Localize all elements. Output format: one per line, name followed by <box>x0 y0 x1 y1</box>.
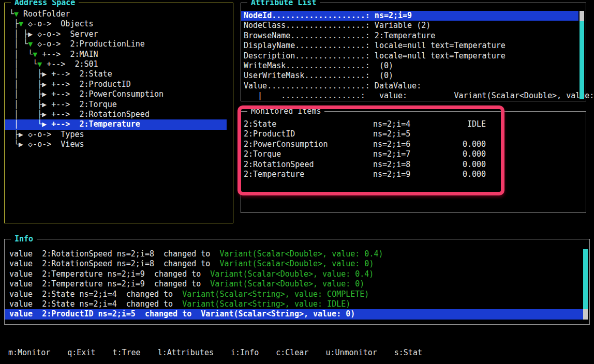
tree-connector: │ └ <box>9 59 37 69</box>
info-log-row-5[interactable]: value 2:State ns=2;i=4 changed to Varian… <box>5 299 583 309</box>
monitored-item-name: 2:State <box>244 119 373 129</box>
scrollbar-thumb[interactable] <box>580 11 584 21</box>
tree-node-views[interactable]: └▶ ◇-o-> Views <box>5 140 227 149</box>
shortcut-unmonitor[interactable]: u:Unmonitor <box>325 348 377 358</box>
tree-node-2-temperature[interactable]: │ └▶ +--> 2:Temperature <box>5 119 227 129</box>
shortcut-tree[interactable]: t:Tree <box>112 348 140 358</box>
info-log-prefix: value 2:Temperature ns=2;i=9 changed to <box>9 269 210 279</box>
shortcut-attributes[interactable]: l:Attributes <box>158 348 214 358</box>
attribute-value: (0) <box>370 71 393 80</box>
info-log-prefix: value 2:State ns=2;i=4 changed to <box>9 290 182 299</box>
monitored-item-2-powerconsumption[interactable]: 2:PowerConsumptionns=2;i=60.000 <box>241 140 586 149</box>
monitored-item-2-rotationspeed[interactable]: 2:RotationSpeedns=2;i=80.000 <box>241 160 586 170</box>
monitored-item-2-productid[interactable]: 2:ProductIDns=2;i=5 <box>241 129 586 139</box>
attribute-value: locale=null text=Temperature <box>370 51 506 60</box>
tree-node-rootfolder[interactable]: └▼ RootFolder <box>5 9 227 19</box>
tree-connector: │ ├ <box>9 89 42 99</box>
address-space-title: Address Space <box>11 0 79 8</box>
collapsed-triangle-icon: ▶ <box>42 110 47 119</box>
info-log-row-4[interactable]: value 2:State ns=2;i=4 changed to Varian… <box>5 290 583 299</box>
info-log-variant: Variant(Scalar<Double>, value: 0) <box>219 259 374 268</box>
collapsed-triangle-icon: ▶ <box>42 89 47 99</box>
shortcut-stat[interactable]: s:Stat <box>394 348 422 358</box>
tree-node-label: +--> 2:PowerConsumption <box>47 89 164 99</box>
monitored-item-value: IDLE <box>463 119 486 129</box>
info-panel: Info value 2:RotationSpeed ns=2;i=8 chan… <box>4 239 590 325</box>
info-scrollbar[interactable] <box>583 249 588 320</box>
monitored-item-2-state[interactable]: 2:Statens=2;i=4IDLE <box>241 119 586 129</box>
attribute-row-2[interactable]: BrowseName................: 2:Temperatur… <box>241 31 578 41</box>
expanded-triangle-icon: ▼ <box>28 39 33 49</box>
info-log-row-3[interactable]: value 2:Temperature ns=2;i=9 changed to … <box>5 279 583 289</box>
tree-node-objects[interactable]: ├▼ ◇-o-> Objects <box>5 19 227 29</box>
collapsed-triangle-icon: ▶ <box>42 80 47 89</box>
monitored-item-2-torque[interactable]: 2:Torquens=2;i=70.000 <box>241 149 586 159</box>
tree-node-2-productionline[interactable]: │ └▼ ◇-o-> 2:ProductionLine <box>5 39 227 49</box>
tree-node-types[interactable]: ├▶ ◇-o-> Types <box>5 130 227 140</box>
info-log-row-1[interactable]: value 2:RotationSpeed ns=2;i=8 changed t… <box>5 259 583 269</box>
monitored-items-title: Monitored Items <box>247 107 324 116</box>
attribute-row-5[interactable]: WriteMask.................: (0) <box>241 61 578 71</box>
attribute-name: UserWriteMask.............: <box>244 71 370 80</box>
shortcut-monitor[interactable]: m:Monitor <box>8 348 50 358</box>
monitored-item-nodeid: ns=2;i=5 <box>373 129 463 139</box>
shortcut-exit[interactable]: q:Exit <box>67 348 95 358</box>
attribute-name: DisplayName...............: <box>244 41 370 50</box>
shortcut-bar: m:Monitorq:Exitt:Treel:Attributesi:Infoc… <box>8 348 422 358</box>
monitored-item-nodeid: ns=2;i=9 <box>373 170 463 179</box>
attribute-row-4[interactable]: Description...............: locale=null … <box>241 51 578 61</box>
expanded-triangle-icon: ▼ <box>19 19 23 28</box>
tree-connector: └ <box>9 9 14 19</box>
info-log-variant: Variant(Scalar<String>, value: COMPLETE) <box>182 290 369 299</box>
info-log-variant: Variant(Scalar<Double>, value: 0.4) <box>210 269 374 279</box>
tree-node-2-rotationspeed[interactable]: │ ├▶ +--> 2:RotationSpeed <box>5 110 227 119</box>
attribute-list-title: Attribute List <box>247 0 320 8</box>
shortcut-info[interactable]: i:Info <box>231 348 259 358</box>
info-log-row-0[interactable]: value 2:RotationSpeed ns=2;i=8 changed t… <box>5 249 583 259</box>
collapsed-triangle-icon: ▶ <box>42 119 47 129</box>
opcua-tui-screen: Address Space └▼ RootFolder ├▼ ◇-o-> Obj… <box>0 0 594 364</box>
tree-connector: │ ├ <box>9 100 42 109</box>
attribute-row-8[interactable]: | .................: value: Variant(Scal… <box>241 91 578 101</box>
tree-node-2-productid[interactable]: │ ├▶ +--> 2:ProductID <box>5 80 227 89</box>
attribute-list-scrollbar[interactable] <box>580 11 584 99</box>
info-log-prefix: value 2:RotationSpeed ns=2;i=8 changed t… <box>9 259 219 268</box>
tree-node-2-powerconsumption[interactable]: │ ├▶ +--> 2:PowerConsumption <box>5 89 227 99</box>
info-log-prefix: value 2:Temperature ns=2;i=9 changed to <box>9 279 210 289</box>
monitored-item-nodeid: ns=2;i=8 <box>373 160 463 170</box>
monitored-item-2-temperature[interactable]: 2:Temperaturens=2;i=90.000 <box>241 170 586 179</box>
attribute-value: (0) <box>370 61 393 70</box>
info-log-row-6[interactable]: value 2:ProductID ns=2;i=5 changed to Va… <box>5 309 583 319</box>
tree-node-server[interactable]: │ ├▶ ◇-o-> Server <box>5 29 227 39</box>
shortcut-clear[interactable]: c:Clear <box>276 348 308 358</box>
attribute-row-7[interactable]: Value.....................: DataValue: <box>241 81 578 91</box>
attribute-row-1[interactable]: NodeClass.................: Variable (2) <box>241 21 578 31</box>
attribute-row-3[interactable]: DisplayName...............: locale=null … <box>241 41 578 51</box>
attribute-row-0[interactable]: NodeId....................: ns=2;i=9 <box>241 11 578 21</box>
monitored-item-name: 2:ProductID <box>244 129 373 139</box>
tree-node-2-s01[interactable]: │ └▼ +--> 2:S01 <box>5 59 227 69</box>
attribute-value: ns=2;i=9 <box>370 11 412 20</box>
tree-node-2-state[interactable]: │ ├▶ +--> 2:State <box>5 69 227 79</box>
collapsed-triangle-icon: ▶ <box>19 140 23 149</box>
tree-connector: │ ├ <box>9 80 42 89</box>
tree-connector: ├ <box>9 19 19 28</box>
monitored-item-nodeid: ns=2;i=6 <box>373 140 463 149</box>
attribute-name: | .................: <box>244 91 365 100</box>
info-title: Info <box>11 234 37 244</box>
tree-node-2-torque[interactable]: │ ├▶ +--> 2:Torque <box>5 100 227 110</box>
tree-node-2-main[interactable]: │ └▼ +--> 2:MAIN <box>5 50 227 59</box>
info-log-variant: Variant(Scalar<String>, value: IDLE) <box>182 299 350 309</box>
collapsed-triangle-icon: ▶ <box>42 69 47 79</box>
tree-connector: │ └ <box>9 50 33 59</box>
address-space-tree: └▼ RootFolder ├▼ ◇-o-> Objects │ ├▶ ◇-o-… <box>5 3 233 149</box>
expanded-triangle-icon: ▼ <box>37 59 42 69</box>
monitored-item-name: 2:Torque <box>244 149 373 159</box>
attribute-value: value: Variant(Scalar<Double>, value: <box>365 91 594 100</box>
info-log-row-2[interactable]: value 2:Temperature ns=2;i=9 changed to … <box>5 269 583 279</box>
tree-connector: │ ├ <box>9 110 42 119</box>
scrollbar-thumb[interactable] <box>583 309 588 320</box>
monitored-item-nodeid: ns=2;i=4 <box>373 119 463 129</box>
attribute-row-6[interactable]: UserWriteMask.............: (0) <box>241 71 578 81</box>
tree-connector: └ <box>9 140 19 149</box>
